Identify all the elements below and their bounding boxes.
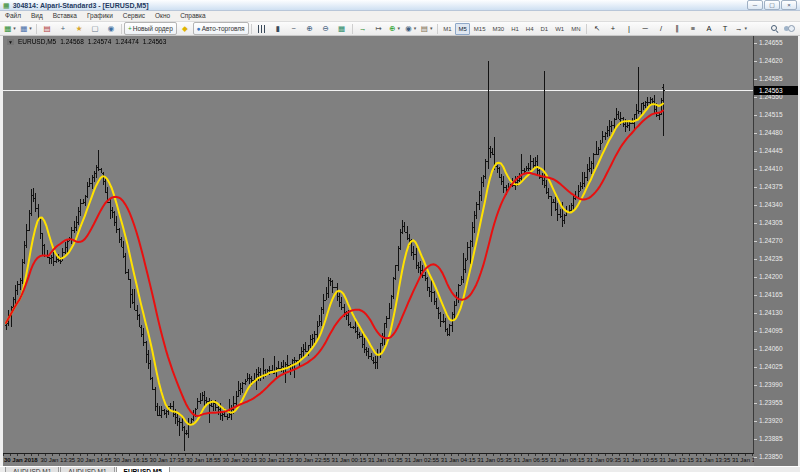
metaeditor-button-icon: ◆: [182, 24, 188, 33]
price-tick-label: 1.24130: [754, 309, 798, 317]
auto-scroll-button[interactable]: →: [355, 22, 371, 35]
profiles-button[interactable]: ▦▾: [18, 22, 34, 35]
close-button[interactable]: ×: [781, 0, 797, 10]
chart-ohlc-header: ▼ EURUSD,M5 1.24568 1.24574 1.24474 1.24…: [7, 38, 166, 45]
menu-insert[interactable]: Вставка: [48, 11, 82, 21]
channel-tool-button-icon: ∥: [675, 24, 679, 33]
price-tick-label: 1.24340: [754, 201, 798, 209]
menu-bar: ФайлВидВставкаГрафикиСервисОкноСправка: [0, 11, 800, 22]
price-tick-label: 1.23955: [754, 399, 798, 407]
tile-windows-button[interactable]: ▦: [334, 22, 350, 35]
window-title: 304814: Alpari-Standard3 - [EURUSD,M5]: [13, 2, 149, 9]
time-tick-label: 30 Jan 14:55: [77, 457, 112, 463]
tf-m15[interactable]: M15: [470, 23, 489, 35]
crosshair-tool-button[interactable]: +: [605, 22, 621, 35]
text-tool-button[interactable]: A: [701, 22, 717, 35]
maximize-button[interactable]: ▢: [764, 0, 780, 10]
toolbar-separator: [352, 24, 353, 34]
price-tick-label: 1.24655: [754, 39, 798, 47]
price-axis[interactable]: 1.246551.246201.245851.245501.245151.244…: [753, 36, 798, 466]
menu-window[interactable]: Окно: [150, 11, 175, 21]
time-tick-label: 30 Jan 22:55: [295, 457, 330, 463]
minimize-button[interactable]: ─: [747, 0, 763, 10]
tab-audusd-m1-1[interactable]: AUDUSD,M1: [5, 467, 59, 472]
candlestick-chart-type-button-icon: ▮: [276, 24, 280, 33]
channel-tool-button[interactable]: ∥: [669, 22, 685, 35]
tf-h1[interactable]: H1: [508, 23, 523, 35]
zoom-out-button[interactable]: ⊖: [318, 22, 334, 35]
tf-m1[interactable]: M1: [440, 23, 455, 35]
new-chart-button[interactable]: ▦▾: [2, 22, 18, 35]
tab-eurusd-m5[interactable]: EURUSD,M5: [116, 467, 170, 472]
chevron-down-icon: ▾: [414, 24, 417, 33]
fibonacci-tool-button[interactable]: ≡: [685, 22, 701, 35]
terminal-button-icon: ▢: [91, 24, 98, 33]
toolbar-separator: [251, 24, 252, 34]
new-order-button[interactable]: +Новый ордер: [124, 22, 177, 35]
strategy-tester-button[interactable]: ◉: [103, 22, 119, 35]
text-label-tool-button[interactable]: T: [717, 22, 733, 35]
title-bar: ▦ 304814: Alpari-Standard3 - [EURUSD,M5]…: [0, 0, 800, 11]
menu-tools[interactable]: Сервис: [118, 11, 150, 21]
time-tick-label: 30 Jan 13:35: [40, 457, 75, 463]
tf-h4[interactable]: H4: [522, 23, 537, 35]
time-tick-label: 31 Jan 12:15: [659, 457, 694, 463]
chart-window: ▼ EURUSD,M5 1.24568 1.24574 1.24474 1.24…: [0, 36, 800, 466]
price-tick-label: 1.24515: [754, 111, 798, 119]
price-tick-label: 1.24620: [754, 57, 798, 65]
tab-audusd-m1-2[interactable]: AUDUSD,M1: [60, 467, 114, 472]
chart-canvas[interactable]: [3, 36, 754, 454]
navigator-button[interactable]: ★: [71, 22, 87, 35]
tf-m5[interactable]: M5: [455, 23, 470, 35]
autotrading-button-icon: ●: [197, 24, 201, 33]
time-tick-label: 31 Jan 13:35: [696, 457, 731, 463]
toolbar-right: [771, 25, 798, 33]
arrows-tool-button[interactable]: →▾: [733, 22, 749, 35]
indicators-button-icon: ⊕: [389, 24, 395, 33]
line-chart-type-button[interactable]: ~: [286, 22, 302, 35]
chart-shift-button[interactable]: ↦: [371, 22, 387, 35]
zoom-out-button-icon: ⊖: [323, 24, 329, 33]
close-value: 1.24563: [143, 38, 167, 45]
horizontal-line-tool-button[interactable]: ─: [637, 22, 653, 35]
tf-d1[interactable]: D1: [537, 23, 552, 35]
terminal-button[interactable]: ▢: [87, 22, 103, 35]
search-icon[interactable]: [771, 25, 779, 33]
metaeditor-button[interactable]: ◆: [177, 22, 193, 35]
periods-button[interactable]: ◉▾: [403, 22, 419, 35]
autotrading-button[interactable]: ●Авто-торговля: [193, 22, 249, 35]
autotrading-button-label: Авто-торговля: [202, 24, 245, 33]
menu-file[interactable]: Файл: [0, 11, 26, 21]
time-tick-label: 31 Jan 04:15: [441, 457, 476, 463]
indicators-button[interactable]: ⊕▾: [387, 22, 403, 35]
bar-chart-type-button[interactable]: [254, 22, 270, 35]
chart-area[interactable]: ▼ EURUSD,M5 1.24568 1.24574 1.24474 1.24…: [3, 36, 798, 466]
data-window-button[interactable]: +: [55, 22, 71, 35]
zoom-in-button[interactable]: ⊕: [302, 22, 318, 35]
community-icon[interactable]: [784, 25, 794, 32]
trendline-tool-button[interactable]: /: [653, 22, 669, 35]
tf-w1[interactable]: W1: [552, 23, 568, 35]
menu-view[interactable]: Вид: [26, 11, 48, 21]
time-axis[interactable]: 30 Jan 201830 Jan 13:3530 Jan 14:5530 Ja…: [3, 453, 754, 466]
cursor-tool-button[interactable]: ↖: [589, 22, 605, 35]
time-tick-label: 30 Jan 20:15: [222, 457, 257, 463]
vertical-line-tool-button-icon: |: [628, 24, 630, 33]
time-tick-label: 30 Jan 16:15: [113, 457, 148, 463]
tf-m30[interactable]: M30: [489, 23, 508, 35]
one-click-trading-toggle[interactable]: ▼: [7, 39, 14, 45]
time-tick-label: 31 Jan 00:15: [332, 457, 367, 463]
periods-button-icon: ◉: [405, 24, 412, 33]
market-watch-button[interactable]: ▤: [39, 22, 55, 35]
chevron-down-icon: ▾: [745, 24, 748, 33]
templates-button[interactable]: ▤▾: [419, 22, 435, 35]
vertical-line-tool-button[interactable]: |: [621, 22, 637, 35]
price-tick-label: 1.24270: [754, 237, 798, 245]
menu-charts[interactable]: Графики: [82, 11, 118, 21]
bid-price-label: 1.24563: [754, 86, 798, 95]
tf-mn[interactable]: MN: [568, 23, 584, 35]
candlestick-chart-type-button[interactable]: ▮: [270, 22, 286, 35]
high-value: 1.24574: [88, 38, 112, 45]
menu-help[interactable]: Справка: [175, 11, 211, 21]
time-tick-label: 30 Jan 2018: [4, 457, 38, 463]
